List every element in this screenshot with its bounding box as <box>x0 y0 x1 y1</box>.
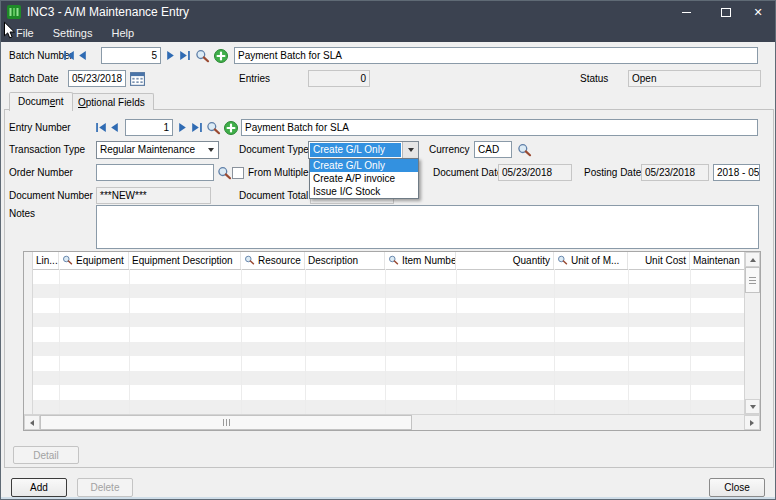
close-button[interactable]: Close <box>709 478 765 497</box>
grid-column-header[interactable]: Equipment <box>59 252 129 269</box>
table-row[interactable] <box>33 356 744 371</box>
from-multiple-checkbox[interactable] <box>232 167 244 179</box>
maximize-icon <box>721 8 731 17</box>
entry-number-label: Entry Number <box>9 119 71 136</box>
app-icon <box>7 5 21 19</box>
chevron-down-icon[interactable] <box>203 142 218 158</box>
grid-column-header[interactable]: Unit Cost <box>628 252 690 269</box>
first-entry-icon[interactable] <box>95 119 107 136</box>
close-window-button[interactable]: ✕ <box>745 1 771 23</box>
first-record-icon[interactable] <box>63 47 75 64</box>
grid-column-header[interactable]: Description <box>305 252 385 269</box>
table-row[interactable] <box>33 298 744 313</box>
title-bar: INC3 - A/M Maintenance Entry ✕ <box>1 1 775 23</box>
grid-column-header[interactable]: Lin... <box>33 252 59 269</box>
tab-optional-fields[interactable]: Optional Fields <box>69 93 154 110</box>
horizontal-scroll-thumb[interactable] <box>40 415 412 430</box>
finder-icon <box>388 255 399 267</box>
table-row[interactable] <box>33 269 744 284</box>
table-row[interactable] <box>33 313 744 328</box>
app-window: INC3 - A/M Maintenance Entry ✕ FileSetti… <box>0 0 776 500</box>
grid-horizontal-scrollbar[interactable] <box>24 414 760 430</box>
table-row[interactable] <box>33 342 744 357</box>
minimize-button[interactable] <box>673 1 699 23</box>
table-row[interactable] <box>33 284 744 299</box>
dropdown-option[interactable]: Create G/L Only <box>310 159 418 172</box>
fiscal-period-field[interactable]: 2018 - 05 <box>713 164 760 181</box>
calendar-icon[interactable] <box>130 70 145 87</box>
mouse-cursor <box>3 21 16 42</box>
notes-label: Notes <box>9 205 35 222</box>
document-type-select[interactable]: Create G/L Only <box>308 141 419 159</box>
transaction-type-label: Transaction Type <box>9 141 85 158</box>
next-record-icon[interactable] <box>166 47 176 64</box>
order-finder-icon[interactable] <box>217 164 232 181</box>
entry-finder-icon[interactable] <box>206 119 221 136</box>
entry-description-input[interactable]: Payment Batch for SLA <box>241 119 758 136</box>
grid-column-header[interactable]: Equipment Description <box>129 252 241 269</box>
chevron-down-icon[interactable] <box>402 142 418 158</box>
grid-column-line <box>690 269 691 414</box>
grid-vertical-scrollbar[interactable] <box>744 252 760 414</box>
grid-column-header[interactable]: Resource ... <box>241 252 305 269</box>
batch-date-input[interactable]: 05/23/2018 <box>68 70 126 87</box>
maximize-button[interactable] <box>713 1 739 23</box>
menu-bar: FileSettingsHelp <box>1 23 775 42</box>
menu-item-help[interactable]: Help <box>105 27 140 39</box>
posting-date-label: Posting Date <box>584 164 641 181</box>
previous-record-icon[interactable] <box>77 47 87 64</box>
new-batch-icon[interactable] <box>214 47 228 64</box>
table-row[interactable] <box>33 385 744 400</box>
grid-column-line <box>554 269 555 414</box>
entries-label: Entries <box>239 70 270 87</box>
delete-button[interactable]: Delete <box>77 478 133 497</box>
currency-label: Currency <box>429 141 470 158</box>
document-number-field: ***NEW*** <box>96 187 211 204</box>
next-entry-icon[interactable] <box>178 119 188 136</box>
batch-number-input[interactable]: 5 <box>101 47 161 64</box>
scroll-right-button[interactable] <box>744 415 760 430</box>
new-entry-icon[interactable] <box>224 119 238 136</box>
last-entry-icon[interactable] <box>191 119 203 136</box>
dropdown-option[interactable]: Create A/P invoice <box>310 172 418 185</box>
currency-input[interactable]: CAD <box>474 141 512 158</box>
entry-number-input[interactable]: 1 <box>125 119 173 136</box>
tab-document[interactable]: Document <box>9 92 73 111</box>
grid-column-header[interactable]: Maintenan <box>690 252 744 269</box>
grid-column-line <box>385 269 386 414</box>
transaction-type-select[interactable]: Regular Maintenance <box>96 141 219 159</box>
grid-column-header[interactable]: Item Number <box>385 252 456 269</box>
order-number-input[interactable] <box>96 164 214 181</box>
grid-column-line <box>129 269 130 414</box>
add-button[interactable]: Add <box>11 478 67 497</box>
status-label: Status <box>580 70 608 87</box>
scroll-up-button[interactable] <box>745 252 760 267</box>
grid-header: Lin...EquipmentEquipment DescriptionReso… <box>33 252 744 270</box>
table-row[interactable] <box>33 371 744 386</box>
detail-button[interactable]: Detail <box>13 446 79 464</box>
row-selector-column[interactable] <box>24 252 33 414</box>
batch-description-input[interactable]: Payment Batch for SLA <box>234 47 758 64</box>
finder-icon <box>557 255 568 267</box>
grid-column-header[interactable]: Quantity <box>456 252 554 269</box>
document-type-dropdown: Create G/L OnlyCreate A/P invoiceIssue I… <box>309 158 419 199</box>
scroll-left-button[interactable] <box>24 415 40 430</box>
batch-date-label: Batch Date <box>9 70 58 87</box>
dropdown-option[interactable]: Issue I/C Stock <box>310 185 418 198</box>
document-date-field: 05/23/2018 <box>498 164 572 181</box>
finder-icon <box>62 255 73 267</box>
scroll-down-button[interactable] <box>745 399 760 414</box>
notes-textarea[interactable] <box>96 205 759 249</box>
batch-finder-icon[interactable] <box>195 47 210 64</box>
menu-item-settings[interactable]: Settings <box>47 27 99 39</box>
grid-column-line <box>59 269 60 414</box>
table-row[interactable] <box>33 400 744 415</box>
grid-body[interactable] <box>33 269 744 414</box>
currency-finder-icon[interactable] <box>517 141 532 158</box>
table-row[interactable] <box>33 327 744 342</box>
grid-column-header[interactable]: Unit of M... <box>554 252 628 269</box>
previous-entry-icon[interactable] <box>109 119 119 136</box>
vertical-scroll-thumb[interactable] <box>745 267 760 293</box>
last-record-icon[interactable] <box>179 47 191 64</box>
grid-column-line <box>456 269 457 414</box>
